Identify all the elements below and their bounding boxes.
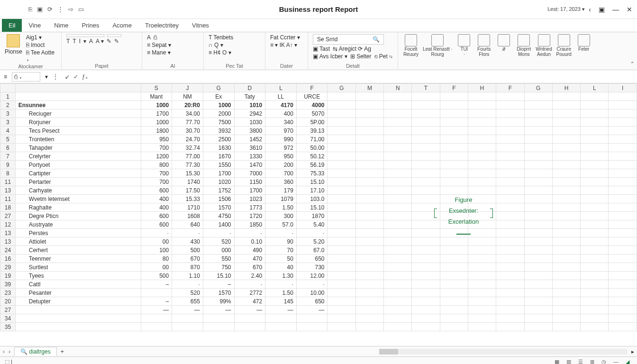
cell[interactable]: 2.40 <box>234 272 265 280</box>
qat-icon[interactable]: ⟳ <box>47 6 53 13</box>
cell[interactable] <box>384 101 412 109</box>
cell[interactable] <box>552 135 580 144</box>
cell[interactable]: – <box>141 297 172 306</box>
cell[interactable]: 1.10 <box>172 272 203 280</box>
cell[interactable]: 972 <box>265 144 297 152</box>
cell[interactable] <box>440 186 468 195</box>
cell[interactable] <box>581 237 609 246</box>
scroll-right-icon[interactable]: ▸ <box>631 348 634 355</box>
cell[interactable] <box>328 203 355 212</box>
cell[interactable]: 71,00 <box>296 135 328 144</box>
cell[interactable] <box>524 220 552 229</box>
cell[interactable] <box>524 135 552 144</box>
cell[interactable] <box>355 109 383 118</box>
cell[interactable] <box>468 237 496 246</box>
tenbets-button[interactable]: T Tenbets <box>209 34 233 41</box>
view-break-icon[interactable]: ☰ <box>578 359 583 364</box>
cell[interactable]: 520 <box>172 289 203 297</box>
cell[interactable] <box>328 246 355 255</box>
cell[interactable] <box>609 92 637 101</box>
cell[interactable]: 00 <box>141 237 172 246</box>
row-header[interactable]: 11 <box>0 195 16 203</box>
cell[interactable] <box>496 169 524 178</box>
mane-button[interactable]: ≡ Mane ▾ <box>147 49 171 56</box>
cell[interactable] <box>328 135 355 144</box>
cell[interactable]: 1020 <box>203 178 234 186</box>
cell[interactable] <box>496 195 524 203</box>
table-row[interactable]: 23Pesanter520157027721.5010.00 <box>0 289 637 297</box>
cell[interactable]: 700 <box>265 169 297 178</box>
cell[interactable] <box>552 169 580 178</box>
font-size-dropdown[interactable] <box>107 34 121 37</box>
column-header[interactable]: J <box>172 84 203 92</box>
cell[interactable]: 00 <box>141 263 172 272</box>
cell[interactable] <box>440 246 468 255</box>
ribbon-tool-button[interactable]: ⇵ <box>496 34 512 52</box>
cell[interactable] <box>412 144 440 152</box>
table-row[interactable]: 3Rorjuner100077.70750010303405P.00 <box>0 118 637 127</box>
cell[interactable] <box>412 109 440 118</box>
cell[interactable] <box>524 297 552 306</box>
last-modified[interactable]: Lest: 17, 2023 ▾ <box>547 6 585 12</box>
cell[interactable]: Attiolet <box>15 237 141 246</box>
cell[interactable] <box>355 314 383 323</box>
ribbon-tool-button[interactable]: Leat Renastt ·Rourg <box>423 34 452 57</box>
table-row[interactable]: 18Raghalte4001710157017731.5015.10 <box>0 203 637 212</box>
cell[interactable] <box>355 263 383 272</box>
cell[interactable] <box>496 289 524 297</box>
cell[interactable]: 34.00 <box>172 109 203 118</box>
cell[interactable] <box>552 280 580 289</box>
cell[interactable]: 20:R0 <box>172 101 203 109</box>
table-row[interactable]: 13Attiolet004305200.10905.20 <box>0 237 637 246</box>
tab-file[interactable]: Eil <box>2 19 22 32</box>
cell[interactable] <box>552 118 580 127</box>
cell[interactable] <box>496 186 524 195</box>
toe-button[interactable]: ⎘ Tee Aotte ▾ <box>26 49 56 63</box>
cell[interactable] <box>524 246 552 255</box>
cell[interactable] <box>384 289 412 297</box>
cell[interactable] <box>552 178 580 186</box>
cell[interactable] <box>581 280 609 289</box>
cell[interactable] <box>468 101 496 109</box>
cell[interactable] <box>524 169 552 178</box>
column-header[interactable]: G <box>328 84 355 92</box>
cell[interactable]: Reciuger <box>15 109 141 118</box>
fill-color-button[interactable]: A <box>89 38 93 45</box>
qat-icon[interactable]: ⋮ <box>57 6 64 13</box>
cell[interactable] <box>15 314 141 323</box>
cell[interactable] <box>581 144 609 152</box>
cell[interactable] <box>412 237 440 246</box>
table-row[interactable]: 19Tyees5001.1015.102.401.3012.00 <box>0 272 637 280</box>
cell[interactable] <box>496 109 524 118</box>
cell[interactable] <box>609 186 637 195</box>
cell[interactable]: 1010 <box>234 101 265 109</box>
cell[interactable]: 1030 <box>234 118 265 127</box>
cell[interactable]: 300 <box>265 212 297 220</box>
cell[interactable]: 520 <box>203 237 234 246</box>
cell[interactable]: 179 <box>265 186 297 195</box>
number-row[interactable]: ≡ ▾ IK A↑ ▾ <box>270 42 297 48</box>
cell[interactable] <box>384 220 412 229</box>
cell[interactable] <box>328 92 355 101</box>
cell[interactable]: 1000 <box>203 101 234 109</box>
cell[interactable] <box>609 237 637 246</box>
zoom-icon[interactable]: ◷ <box>601 359 606 364</box>
cell[interactable]: Tecs Pesect <box>15 127 141 135</box>
cell[interactable] <box>609 144 637 152</box>
row-header[interactable]: 35 <box>0 323 16 331</box>
cell[interactable]: 1850 <box>234 220 265 229</box>
format-painter-button[interactable]: ✎ <box>114 38 119 45</box>
cell[interactable] <box>440 323 468 331</box>
cell[interactable] <box>609 203 637 212</box>
cell[interactable] <box>468 186 496 195</box>
cell[interactable] <box>203 314 234 323</box>
row-header[interactable]: 1 <box>0 92 16 101</box>
column-header[interactable]: G <box>203 84 234 92</box>
cell[interactable]: 000 <box>203 246 234 255</box>
cell[interactable] <box>496 255 524 263</box>
cell[interactable]: 12.00 <box>296 272 328 280</box>
cell[interactable] <box>609 152 637 161</box>
cell[interactable] <box>552 161 580 169</box>
cell[interactable] <box>552 127 580 135</box>
cell[interactable]: 1550 <box>203 161 234 169</box>
